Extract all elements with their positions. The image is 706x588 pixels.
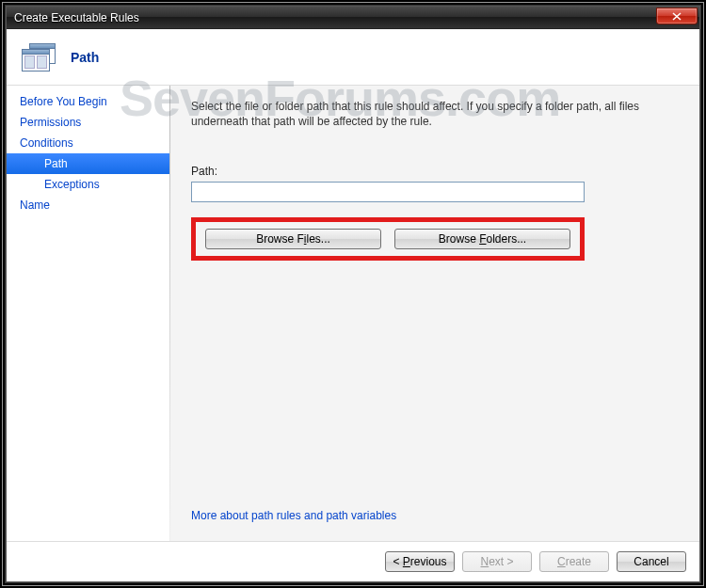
nav-permissions[interactable]: Permissions	[7, 112, 169, 133]
content-area: SevenForums.com Before You Begin Permiss…	[7, 86, 699, 541]
close-button[interactable]	[656, 8, 698, 24]
help-link[interactable]: More about path rules and path variables	[191, 509, 673, 522]
cancel-button[interactable]: Cancel	[617, 551, 686, 572]
nav-name[interactable]: Name	[7, 195, 169, 215]
nav-conditions[interactable]: Conditions	[7, 133, 169, 153]
page-description: Select the file or folder path that this…	[191, 99, 673, 129]
wizard-header: Path	[7, 29, 699, 86]
previous-button[interactable]: < Previous	[385, 551, 455, 572]
nav-exceptions[interactable]: Exceptions	[7, 174, 169, 195]
app-icon	[22, 43, 57, 72]
spacer	[191, 261, 673, 509]
wizard-sidebar: Before You Begin Permissions Conditions …	[7, 86, 170, 541]
path-input[interactable]	[191, 182, 585, 202]
create-button[interactable]: Create	[539, 551, 609, 572]
browse-files-button[interactable]: Browse Files...	[205, 229, 381, 249]
browse-folders-button[interactable]: Browse Folders...	[394, 229, 570, 249]
page-title: Path	[71, 50, 99, 65]
browse-highlight: Browse Files... Browse Folders...	[191, 217, 585, 261]
nav-path[interactable]: Path	[7, 153, 169, 174]
nav-before-you-begin[interactable]: Before You Begin	[7, 91, 169, 112]
close-icon	[672, 12, 682, 21]
wizard-footer: < Previous Next > Create Cancel	[7, 541, 699, 581]
dialog-window: Create Executable Rules Path SevenForums…	[6, 6, 700, 582]
titlebar: Create Executable Rules	[7, 7, 699, 29]
window-title: Create Executable Rules	[14, 11, 656, 24]
next-button[interactable]: Next >	[462, 551, 532, 572]
main-panel: Select the file or folder path that this…	[170, 86, 699, 541]
path-label: Path:	[191, 165, 673, 178]
